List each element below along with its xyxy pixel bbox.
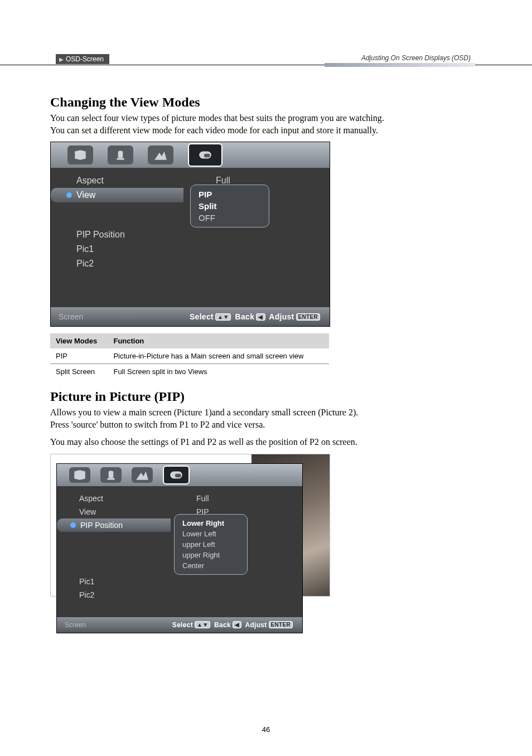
pip-option-upper-left: upper Left bbox=[175, 539, 247, 550]
footer-back-label: Back bbox=[214, 621, 231, 629]
content: Changing the View Modes You can select f… bbox=[50, 95, 390, 597]
view-option-pip: PIP bbox=[191, 188, 269, 200]
footer-adjust-label: Adjust bbox=[269, 312, 294, 321]
footer-back-label: Back bbox=[235, 312, 255, 321]
pip-position-label: PIP Position bbox=[51, 227, 194, 242]
pic2-label: Pic2 bbox=[57, 588, 180, 602]
chevron-right-icon: ▶ bbox=[59, 56, 64, 62]
aspect-label: Aspect bbox=[57, 492, 180, 505]
audio-tab-icon bbox=[100, 467, 122, 483]
menu-row-pic2: Pic2 bbox=[57, 588, 302, 602]
table-row: PIP Picture-in-Picture has a Main screen… bbox=[50, 348, 329, 364]
enter-key-icon: ENTER bbox=[296, 313, 320, 321]
table-row: Split Screen Full Screen split in two Vi… bbox=[50, 364, 329, 380]
osd-menu: Aspect Full View PIP Split OFF PIP Posit… bbox=[51, 168, 330, 307]
pic1-label: Pic1 bbox=[51, 242, 194, 256]
view-option-off: OFF bbox=[191, 212, 269, 224]
view-option-split: Split bbox=[191, 200, 269, 212]
table-cell-function: Full Screen split in two Views bbox=[108, 364, 329, 380]
aspect-label: Aspect bbox=[51, 173, 194, 188]
aspect-value: Full bbox=[180, 492, 302, 505]
screen-tab-icon bbox=[188, 143, 223, 167]
menu-row-aspect: Aspect Full bbox=[51, 173, 330, 188]
pip-option-lower-left: Lower Left bbox=[175, 529, 247, 539]
svg-rect-4 bbox=[109, 471, 114, 478]
section2-title: Picture in Picture (PIP) bbox=[50, 389, 390, 404]
osd-screenshot-1: Aspect Full View PIP Split OFF PIP Posit… bbox=[50, 142, 330, 327]
svg-rect-7 bbox=[175, 474, 181, 478]
pip-option-upper-right: upper Right bbox=[175, 550, 247, 560]
svg-rect-0 bbox=[118, 151, 123, 158]
picture-tab-icon bbox=[69, 467, 90, 483]
osd-screenshot-2: Aspect Full View PIP PIP Position Lower … bbox=[56, 463, 303, 633]
footer-select-label: Select bbox=[190, 312, 214, 321]
osd-footer-title: Screen bbox=[59, 312, 83, 321]
menu-row-pip-position: PIP Position bbox=[51, 227, 330, 242]
menu-row-aspect: Aspect Full bbox=[57, 492, 302, 505]
left-key-icon: ◀ bbox=[256, 313, 265, 321]
table-cell-mode: Split Screen bbox=[50, 364, 108, 380]
table-cell-function: Picture-in-Picture has a Main screen and… bbox=[108, 348, 329, 364]
enter-key-icon: ENTER bbox=[269, 621, 293, 628]
pip-position-label: PIP Position bbox=[57, 518, 171, 532]
view-options-popup: PIP Split OFF bbox=[190, 185, 269, 227]
updown-key-icon: ▲▼ bbox=[195, 621, 210, 628]
breadcrumb-label: OSD-Screen bbox=[66, 55, 104, 63]
footer-select-label: Select bbox=[172, 621, 193, 629]
page: ▶ OSD-Screen Adjusting On Screen Display… bbox=[0, 0, 532, 756]
pic2-label: Pic2 bbox=[51, 256, 194, 271]
audio-tab-icon bbox=[108, 146, 133, 164]
osd-tabbar bbox=[57, 464, 302, 486]
pip-option-lower-right: Lower Right bbox=[175, 518, 247, 529]
updown-key-icon: ▲▼ bbox=[215, 313, 231, 321]
osd-footer-controls: Select▲▼ Back◀ AdjustENTER bbox=[172, 621, 294, 629]
page-number: 46 bbox=[0, 725, 532, 734]
footer-adjust-label: Adjust bbox=[245, 621, 267, 629]
view-label: View bbox=[51, 188, 183, 202]
section2-para1: Allows you to view a main screen (Pictur… bbox=[50, 406, 390, 419]
pip-option-center: Center bbox=[175, 560, 247, 571]
osd-footer-controls: Select▲▼ Back◀ AdjustENTER bbox=[190, 312, 322, 321]
section1-title: Changing the View Modes bbox=[50, 95, 390, 110]
osd-tabbar bbox=[51, 142, 330, 168]
view-label: View bbox=[57, 505, 180, 518]
header-subtitle: Adjusting On Screen Displays (OSD) bbox=[361, 54, 471, 62]
section2-para2: Press 'source' button to switch from P1 … bbox=[50, 419, 390, 431]
osd-footer-title: Screen bbox=[65, 621, 86, 629]
screen-tab-icon bbox=[163, 466, 190, 484]
menu-row-pic2: Pic2 bbox=[51, 256, 330, 271]
view-modes-table: View Modes Function PIP Picture-in-Pictu… bbox=[50, 333, 329, 379]
menu-row-pic1: Pic1 bbox=[51, 242, 330, 256]
setup-tab-icon bbox=[132, 467, 153, 483]
osd-footer: Screen Select▲▼ Back◀ AdjustENTER bbox=[57, 617, 302, 633]
table-cell-mode: PIP bbox=[50, 348, 108, 364]
section2-para3: You may also choose the settings of P1 a… bbox=[50, 436, 390, 448]
section1-body: You can select four view types of pictur… bbox=[50, 112, 390, 136]
osd-footer: Screen Select▲▼ Back◀ AdjustENTER bbox=[51, 307, 330, 326]
table-header-modes: View Modes bbox=[50, 333, 108, 348]
breadcrumb: ▶ OSD-Screen bbox=[56, 54, 109, 64]
svg-rect-1 bbox=[117, 158, 124, 160]
left-key-icon: ◀ bbox=[233, 621, 241, 628]
menu-row-pic1: Pic1 bbox=[57, 575, 302, 588]
pic1-label: Pic1 bbox=[57, 575, 180, 588]
svg-rect-3 bbox=[204, 154, 210, 158]
table-header-function: Function bbox=[108, 333, 329, 348]
pip-position-options-popup: Lower Right Lower Left upper Left upper … bbox=[174, 514, 248, 575]
setup-tab-icon bbox=[148, 146, 173, 164]
screenshot-2-container: Aspect Full View PIP PIP Position Lower … bbox=[50, 454, 330, 597]
header-rule-accent bbox=[325, 63, 475, 67]
osd-menu: Aspect Full View PIP PIP Position Lower … bbox=[57, 486, 302, 617]
picture-tab-icon bbox=[67, 146, 93, 164]
svg-rect-5 bbox=[108, 478, 115, 479]
